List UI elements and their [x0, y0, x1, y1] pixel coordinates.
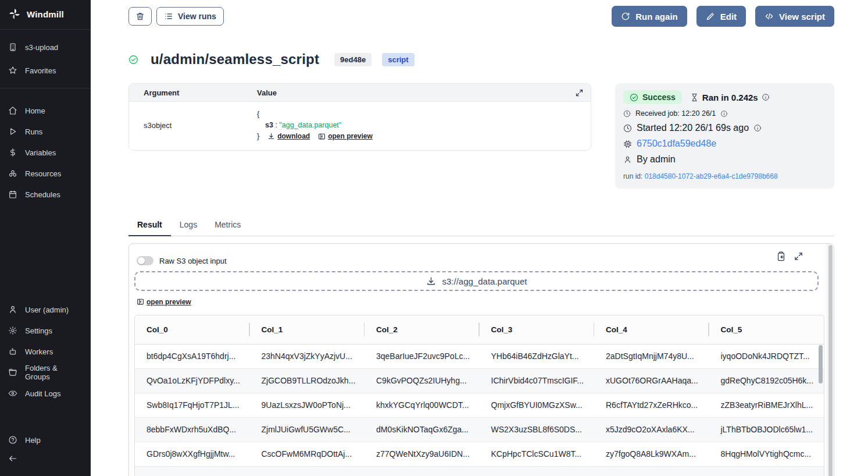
info-icon[interactable]: [720, 110, 728, 118]
header-cell[interactable]: Col_0: [135, 315, 250, 344]
gear-icon: [8, 326, 17, 335]
table-cell: QvOa1oLzKFjYDFPdlxy...: [135, 368, 250, 393]
info-icon[interactable]: [753, 124, 762, 132]
run-id-label: run id:: [623, 172, 642, 180]
copy-to-clipboard-icon[interactable]: [776, 251, 786, 261]
run-again-button[interactable]: Run again: [612, 6, 687, 27]
table-cell: GDrs0j8wXXgfHgjjMtw...: [135, 442, 250, 466]
sidebar-item-settings[interactable]: Settings: [0, 320, 91, 341]
duration-text: Ran in 0.242s: [690, 93, 770, 102]
panel-scrollbar[interactable]: [827, 244, 834, 476]
open-preview-link[interactable]: open preview: [318, 131, 373, 142]
table-cell: IChirVbid4c07TmscIGIF...: [480, 368, 595, 393]
title-row: u/admin/seamless_script 9ed48e script: [128, 51, 834, 68]
edit-button[interactable]: Edit: [696, 6, 746, 27]
header-cell[interactable]: Col_2: [365, 315, 480, 344]
header-cell[interactable]: Col_3: [480, 315, 595, 344]
table-cell: jLThBTbOBJODlc65lw1...: [709, 417, 824, 442]
table-row[interactable]: 8ebbFxWDxrh5uXdBQ...ZjmlJUiGwfU5GWw5C...…: [135, 417, 824, 442]
open-preview-link[interactable]: open preview: [137, 298, 191, 306]
argument-value: { s3 : "agg_data.parquet" } download: [257, 109, 591, 142]
arguments-header: Argument Value: [129, 84, 591, 102]
table-row[interactable]: GDrs0j8wXXgfHgjjMtw...CscOFwM6MRqDOttAj.…: [135, 442, 824, 466]
sidebar-item-home[interactable]: Home: [0, 100, 91, 121]
panel-scrollbar-thumb[interactable]: [828, 245, 833, 476]
toolbar-right: Run again Edit View script: [612, 6, 834, 27]
cards-row: Argument Value s3object { s3 : "agg_data…: [128, 83, 834, 189]
sidebar-item-variables[interactable]: Variables: [0, 142, 91, 163]
sidebar-item-s3-upload[interactable]: s3-upload: [0, 37, 91, 58]
delete-button[interactable]: [128, 7, 152, 26]
tab-result[interactable]: Result: [128, 220, 171, 236]
table-cell: ZjmlJUiGwfU5GWw5C...: [250, 417, 365, 442]
table-cell: [365, 466, 480, 476]
s3-download-bar[interactable]: s3://agg_data.parquet: [134, 271, 819, 291]
dollar-icon: [8, 148, 17, 157]
clock-icon: [623, 110, 631, 118]
run-again-label: Run again: [635, 12, 678, 22]
user-icon: [623, 155, 632, 164]
sidebar-item-help[interactable]: Help: [0, 429, 91, 450]
download-icon: [267, 133, 275, 140]
robot-icon: [8, 347, 17, 356]
info-icon[interactable]: [762, 93, 770, 101]
hash-badge: 9ed48e: [334, 53, 372, 66]
tab-metrics[interactable]: Metrics: [206, 220, 249, 236]
raw-s3-toggle-label: Raw S3 object input: [159, 257, 227, 265]
star-icon: [8, 66, 17, 75]
header-cell[interactable]: Col_1: [250, 315, 365, 344]
expand-result-icon[interactable]: [794, 251, 803, 261]
json-brace-close: }: [257, 131, 259, 142]
view-runs-button[interactable]: View runs: [156, 7, 224, 26]
table-row[interactable]: [135, 466, 824, 476]
view-script-label: View script: [779, 12, 825, 22]
table-row[interactable]: bt6dp4CgXsA19T6hdrj...23hN4qxV3jZkYyAzjv…: [135, 344, 824, 368]
result-panel: Raw S3 object input s3://agg_data.parque…: [128, 243, 834, 476]
run-id-link[interactable]: 018d4580-1072-ab29-e6a4-c1de9798b668: [645, 172, 778, 180]
app-logo-row[interactable]: Windmill: [0, 0, 91, 28]
pencil-icon: [706, 12, 715, 21]
sidebar-divider: [0, 88, 91, 88]
app-window-icon: [8, 42, 17, 52]
sidebar-item-label: s3-upload: [25, 43, 58, 52]
sidebar-item-label: Folders & Groups: [25, 364, 83, 381]
result-table-body: bt6dp4CgXsA19T6hdrj...23hN4qxV3jZkYyAzjv…: [135, 344, 824, 476]
value-links-row: } download open preview: [257, 131, 591, 142]
download-link[interactable]: download: [267, 131, 310, 142]
raw-s3-toggle[interactable]: [137, 256, 153, 265]
tab-logs[interactable]: Logs: [171, 220, 206, 236]
header-cell[interactable]: Col_4: [594, 315, 709, 344]
arrow-left-icon: [8, 454, 17, 463]
sidebar-item-label: User (admin): [25, 306, 69, 314]
sidebar-item-resources[interactable]: Resources: [0, 163, 91, 184]
sidebar-item-audit-logs[interactable]: Audit Logs: [0, 383, 91, 404]
sidebar-collapse[interactable]: [0, 450, 91, 471]
sidebar-item-workers[interactable]: Workers: [0, 341, 91, 362]
table-cell: bt6dp4CgXsA19T6hdrj...: [135, 344, 250, 368]
table-cell: [480, 466, 595, 476]
table-row[interactable]: QvOa1oLzKFjYDFPdlxy...ZjGCOB9TLLROdzoJkh…: [135, 368, 824, 393]
header-cell[interactable]: Col_5: [709, 315, 824, 344]
table-cell: 2aDtSgtIqMnjjM74y8U...: [594, 344, 709, 368]
sidebar-item-label: Schedules: [25, 190, 60, 199]
view-script-button[interactable]: View script: [755, 6, 834, 27]
table-scrollbar-thumb[interactable]: [819, 345, 823, 383]
argument-row: s3object { s3 : "agg_data.parquet" } dow…: [129, 102, 591, 150]
table-cell: x5Jzd9cO2oXAxla6KX...: [594, 417, 709, 442]
worker-row: 6750c1dfa59ed48e: [623, 138, 826, 149]
sidebar-item-favorites[interactable]: Favorites: [0, 60, 91, 81]
sidebar-item-runs[interactable]: Runs: [0, 121, 91, 142]
windmill-logo-icon: [8, 8, 21, 20]
sidebar-item-schedules[interactable]: Schedules: [0, 184, 91, 205]
received-row: Received job: 12:20 26/1: [623, 109, 826, 118]
calendar-icon: [8, 190, 17, 199]
worker-link[interactable]: 6750c1dfa59ed48e: [637, 138, 716, 149]
expand-arguments-button[interactable]: [575, 88, 584, 97]
table-row[interactable]: Swb8Iq17FqHjoT7P1JL...9UazLsxzsJW0oPToNj…: [135, 393, 824, 417]
json-string-value: "agg_data.parquet": [279, 121, 341, 129]
sidebar-item-user[interactable]: User (admin): [0, 299, 91, 320]
panel-open-icon: [318, 133, 326, 140]
sidebar-item-folders-groups[interactable]: Folders & Groups: [0, 362, 91, 383]
json-line: s3 : "agg_data.parquet": [257, 120, 591, 131]
sidebar: Windmill s3-upload Favorites Home Runs V…: [0, 0, 91, 476]
